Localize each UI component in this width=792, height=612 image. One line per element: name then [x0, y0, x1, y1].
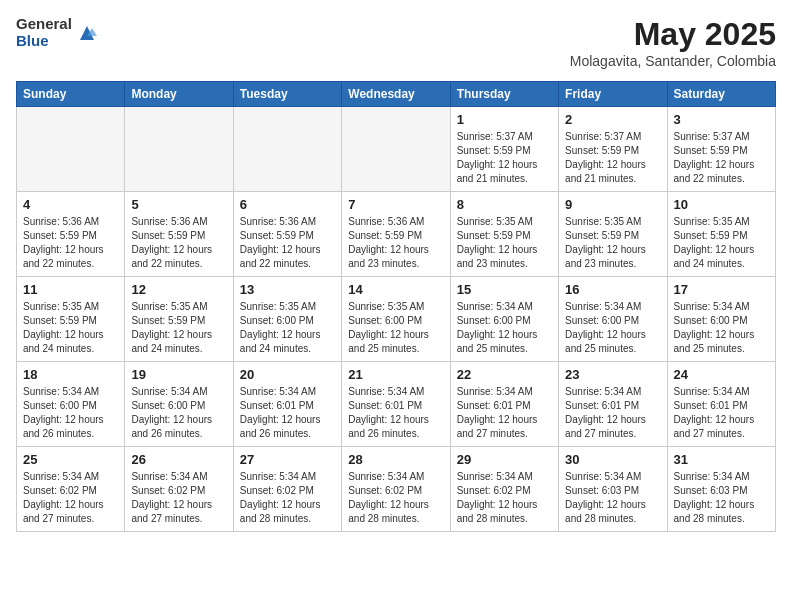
- calendar-cell: 1Sunrise: 5:37 AM Sunset: 5:59 PM Daylig…: [450, 107, 558, 192]
- day-info: Sunrise: 5:35 AM Sunset: 5:59 PM Dayligh…: [457, 215, 552, 271]
- day-info: Sunrise: 5:34 AM Sunset: 6:02 PM Dayligh…: [131, 470, 226, 526]
- day-number: 2: [565, 112, 660, 127]
- day-number: 23: [565, 367, 660, 382]
- week-row-3: 11Sunrise: 5:35 AM Sunset: 5:59 PM Dayli…: [17, 277, 776, 362]
- day-info: Sunrise: 5:37 AM Sunset: 5:59 PM Dayligh…: [565, 130, 660, 186]
- calendar-cell: 24Sunrise: 5:34 AM Sunset: 6:01 PM Dayli…: [667, 362, 775, 447]
- day-number: 19: [131, 367, 226, 382]
- day-info: Sunrise: 5:34 AM Sunset: 6:00 PM Dayligh…: [457, 300, 552, 356]
- calendar-cell: 6Sunrise: 5:36 AM Sunset: 5:59 PM Daylig…: [233, 192, 341, 277]
- day-info: Sunrise: 5:34 AM Sunset: 6:02 PM Dayligh…: [240, 470, 335, 526]
- day-number: 3: [674, 112, 769, 127]
- day-info: Sunrise: 5:34 AM Sunset: 6:03 PM Dayligh…: [565, 470, 660, 526]
- weekday-header-friday: Friday: [559, 82, 667, 107]
- day-number: 15: [457, 282, 552, 297]
- calendar-cell: 5Sunrise: 5:36 AM Sunset: 5:59 PM Daylig…: [125, 192, 233, 277]
- week-row-1: 1Sunrise: 5:37 AM Sunset: 5:59 PM Daylig…: [17, 107, 776, 192]
- day-number: 20: [240, 367, 335, 382]
- calendar-cell: 3Sunrise: 5:37 AM Sunset: 5:59 PM Daylig…: [667, 107, 775, 192]
- day-number: 24: [674, 367, 769, 382]
- calendar-cell: 21Sunrise: 5:34 AM Sunset: 6:01 PM Dayli…: [342, 362, 450, 447]
- calendar-table: SundayMondayTuesdayWednesdayThursdayFrid…: [16, 81, 776, 532]
- day-number: 28: [348, 452, 443, 467]
- day-info: Sunrise: 5:34 AM Sunset: 6:00 PM Dayligh…: [23, 385, 118, 441]
- day-info: Sunrise: 5:36 AM Sunset: 5:59 PM Dayligh…: [23, 215, 118, 271]
- day-number: 27: [240, 452, 335, 467]
- day-info: Sunrise: 5:36 AM Sunset: 5:59 PM Dayligh…: [131, 215, 226, 271]
- calendar-cell: 10Sunrise: 5:35 AM Sunset: 5:59 PM Dayli…: [667, 192, 775, 277]
- day-info: Sunrise: 5:35 AM Sunset: 5:59 PM Dayligh…: [565, 215, 660, 271]
- day-number: 13: [240, 282, 335, 297]
- calendar-cell: 11Sunrise: 5:35 AM Sunset: 5:59 PM Dayli…: [17, 277, 125, 362]
- weekday-header-wednesday: Wednesday: [342, 82, 450, 107]
- week-row-2: 4Sunrise: 5:36 AM Sunset: 5:59 PM Daylig…: [17, 192, 776, 277]
- calendar-cell: [342, 107, 450, 192]
- day-info: Sunrise: 5:34 AM Sunset: 6:00 PM Dayligh…: [131, 385, 226, 441]
- calendar-cell: 14Sunrise: 5:35 AM Sunset: 6:00 PM Dayli…: [342, 277, 450, 362]
- day-info: Sunrise: 5:35 AM Sunset: 5:59 PM Dayligh…: [674, 215, 769, 271]
- day-info: Sunrise: 5:34 AM Sunset: 6:01 PM Dayligh…: [565, 385, 660, 441]
- day-info: Sunrise: 5:34 AM Sunset: 6:00 PM Dayligh…: [674, 300, 769, 356]
- day-number: 9: [565, 197, 660, 212]
- weekday-header-monday: Monday: [125, 82, 233, 107]
- calendar-cell: 2Sunrise: 5:37 AM Sunset: 5:59 PM Daylig…: [559, 107, 667, 192]
- day-number: 26: [131, 452, 226, 467]
- week-row-5: 25Sunrise: 5:34 AM Sunset: 6:02 PM Dayli…: [17, 447, 776, 532]
- calendar-cell: 28Sunrise: 5:34 AM Sunset: 6:02 PM Dayli…: [342, 447, 450, 532]
- day-number: 5: [131, 197, 226, 212]
- day-number: 21: [348, 367, 443, 382]
- logo-icon: [76, 22, 98, 44]
- calendar-cell: 17Sunrise: 5:34 AM Sunset: 6:00 PM Dayli…: [667, 277, 775, 362]
- calendar-cell: 26Sunrise: 5:34 AM Sunset: 6:02 PM Dayli…: [125, 447, 233, 532]
- day-info: Sunrise: 5:34 AM Sunset: 6:01 PM Dayligh…: [348, 385, 443, 441]
- weekday-header-row: SundayMondayTuesdayWednesdayThursdayFrid…: [17, 82, 776, 107]
- day-number: 12: [131, 282, 226, 297]
- day-number: 29: [457, 452, 552, 467]
- day-info: Sunrise: 5:34 AM Sunset: 6:01 PM Dayligh…: [674, 385, 769, 441]
- day-info: Sunrise: 5:34 AM Sunset: 6:00 PM Dayligh…: [565, 300, 660, 356]
- calendar-cell: 19Sunrise: 5:34 AM Sunset: 6:00 PM Dayli…: [125, 362, 233, 447]
- day-number: 22: [457, 367, 552, 382]
- calendar-cell: 16Sunrise: 5:34 AM Sunset: 6:00 PM Dayli…: [559, 277, 667, 362]
- weekday-header-thursday: Thursday: [450, 82, 558, 107]
- calendar-cell: [233, 107, 341, 192]
- calendar-cell: 8Sunrise: 5:35 AM Sunset: 5:59 PM Daylig…: [450, 192, 558, 277]
- calendar-cell: 31Sunrise: 5:34 AM Sunset: 6:03 PM Dayli…: [667, 447, 775, 532]
- day-number: 11: [23, 282, 118, 297]
- day-info: Sunrise: 5:37 AM Sunset: 5:59 PM Dayligh…: [457, 130, 552, 186]
- day-info: Sunrise: 5:36 AM Sunset: 5:59 PM Dayligh…: [348, 215, 443, 271]
- day-info: Sunrise: 5:34 AM Sunset: 6:02 PM Dayligh…: [457, 470, 552, 526]
- calendar-cell: 4Sunrise: 5:36 AM Sunset: 5:59 PM Daylig…: [17, 192, 125, 277]
- day-number: 17: [674, 282, 769, 297]
- calendar-cell: 7Sunrise: 5:36 AM Sunset: 5:59 PM Daylig…: [342, 192, 450, 277]
- logo-general-text: General: [16, 16, 72, 33]
- day-info: Sunrise: 5:34 AM Sunset: 6:02 PM Dayligh…: [348, 470, 443, 526]
- location-subtitle: Molagavita, Santander, Colombia: [570, 53, 776, 69]
- calendar-cell: 13Sunrise: 5:35 AM Sunset: 6:00 PM Dayli…: [233, 277, 341, 362]
- day-number: 18: [23, 367, 118, 382]
- calendar-cell: 12Sunrise: 5:35 AM Sunset: 5:59 PM Dayli…: [125, 277, 233, 362]
- day-number: 6: [240, 197, 335, 212]
- calendar-cell: [17, 107, 125, 192]
- calendar-cell: 18Sunrise: 5:34 AM Sunset: 6:00 PM Dayli…: [17, 362, 125, 447]
- day-info: Sunrise: 5:37 AM Sunset: 5:59 PM Dayligh…: [674, 130, 769, 186]
- calendar-cell: 22Sunrise: 5:34 AM Sunset: 6:01 PM Dayli…: [450, 362, 558, 447]
- day-info: Sunrise: 5:35 AM Sunset: 6:00 PM Dayligh…: [240, 300, 335, 356]
- day-number: 30: [565, 452, 660, 467]
- day-number: 14: [348, 282, 443, 297]
- calendar-cell: 25Sunrise: 5:34 AM Sunset: 6:02 PM Dayli…: [17, 447, 125, 532]
- weekday-header-tuesday: Tuesday: [233, 82, 341, 107]
- day-info: Sunrise: 5:34 AM Sunset: 6:03 PM Dayligh…: [674, 470, 769, 526]
- calendar-cell: 20Sunrise: 5:34 AM Sunset: 6:01 PM Dayli…: [233, 362, 341, 447]
- day-info: Sunrise: 5:34 AM Sunset: 6:02 PM Dayligh…: [23, 470, 118, 526]
- month-year-title: May 2025: [570, 16, 776, 53]
- calendar-cell: 9Sunrise: 5:35 AM Sunset: 5:59 PM Daylig…: [559, 192, 667, 277]
- day-info: Sunrise: 5:35 AM Sunset: 5:59 PM Dayligh…: [131, 300, 226, 356]
- calendar-cell: 23Sunrise: 5:34 AM Sunset: 6:01 PM Dayli…: [559, 362, 667, 447]
- day-number: 10: [674, 197, 769, 212]
- day-number: 31: [674, 452, 769, 467]
- calendar-cell: 30Sunrise: 5:34 AM Sunset: 6:03 PM Dayli…: [559, 447, 667, 532]
- day-number: 4: [23, 197, 118, 212]
- week-row-4: 18Sunrise: 5:34 AM Sunset: 6:00 PM Dayli…: [17, 362, 776, 447]
- day-number: 8: [457, 197, 552, 212]
